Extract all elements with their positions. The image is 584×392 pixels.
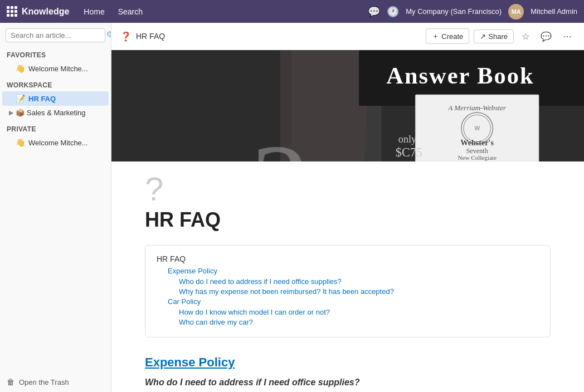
- app-logo[interactable]: Knowledge: [7, 6, 69, 17]
- toc-item-office-supplies[interactable]: Who do I need to address if I need offic…: [157, 277, 539, 286]
- open-trash-button[interactable]: 🗑 Open the Trash: [0, 372, 111, 392]
- pencil-icon: 📝: [16, 94, 25, 103]
- workspace-section-title: Workspace: [0, 76, 111, 91]
- share-label: Share: [488, 32, 508, 41]
- article-title: HR FAQ: [145, 208, 551, 232]
- expense-policy-title[interactable]: Expense Policy: [145, 355, 551, 370]
- sidebar-item-label: Welcome Mitche...: [28, 65, 88, 73]
- svg-text:only: only: [398, 134, 416, 145]
- breadcrumb-bar: ❓ HR FAQ ＋ Create ↗ Share ☆ 💬 ⋯: [111, 23, 584, 50]
- search-input[interactable]: [11, 31, 104, 40]
- search-icon: 🔍: [106, 31, 111, 40]
- sidebar-item-hr-faq[interactable]: 📝 HR FAQ: [2, 91, 109, 106]
- svg-text:A Merriam-Webster: A Merriam-Webster: [447, 104, 507, 112]
- sidebar-item-private-welcome[interactable]: 👋 Welcome Mitche...: [2, 135, 109, 150]
- user-label: Mitchell Admin: [531, 7, 577, 16]
- svg-text:Answer Book: Answer Book: [386, 62, 534, 89]
- content-area: ❓ HR FAQ ＋ Create ↗ Share ☆ 💬 ⋯: [111, 23, 584, 392]
- svg-text:$C75: $C75: [396, 145, 422, 159]
- plus-icon: ＋: [432, 31, 439, 41]
- breadcrumb-text: HR FAQ: [136, 32, 165, 41]
- grid-icon: [7, 6, 17, 17]
- wave-icon-2: 👋: [16, 138, 25, 147]
- table-of-contents: HR FAQ Expense Policy Who do I need to a…: [145, 245, 551, 337]
- chevron-right-icon: ▶: [9, 109, 13, 116]
- expense-policy-section: Expense Policy Who do I need to address …: [145, 355, 551, 392]
- more-options-button[interactable]: ⋯: [559, 29, 575, 44]
- nav-search[interactable]: Search: [113, 5, 148, 18]
- hero-image: Answer Book A Merriam-Webster W Webster'…: [111, 50, 584, 161]
- svg-text:?: ?: [252, 119, 307, 161]
- sidebar-item-label: HR FAQ: [28, 95, 56, 103]
- sidebar-search-container: 🔍: [0, 23, 111, 46]
- toc-root: HR FAQ: [157, 254, 539, 263]
- create-button[interactable]: ＋ Create: [426, 28, 469, 44]
- sidebar-item-label: Welcome Mitche...: [28, 139, 88, 147]
- star-button[interactable]: ☆: [518, 29, 533, 44]
- toc-section-car[interactable]: Car Policy: [157, 297, 539, 306]
- article-body: ? HR FAQ HR FAQ Expense Policy Who do I …: [111, 161, 584, 392]
- create-label: Create: [441, 32, 463, 41]
- box-icon: 📦: [16, 109, 25, 117]
- breadcrumb-icon: ❓: [120, 31, 132, 42]
- avatar[interactable]: MA: [508, 4, 524, 19]
- share-button[interactable]: ↗ Share: [474, 30, 514, 43]
- sidebar-item-sales-marketing[interactable]: ▶ 📦 Sales & Marketing: [2, 106, 109, 120]
- wave-icon: 👋: [16, 64, 25, 73]
- comment-button[interactable]: 💬: [537, 29, 555, 44]
- chat-icon[interactable]: 💬: [368, 6, 380, 18]
- private-section-title: Private: [0, 120, 111, 135]
- company-label[interactable]: My Company (San Francisco): [406, 7, 502, 16]
- svg-text:Seventh: Seventh: [466, 147, 488, 155]
- app-name: Knowledge: [22, 7, 69, 17]
- nav-home[interactable]: Home: [78, 5, 110, 18]
- svg-text:New Collegiate: New Collegiate: [458, 154, 497, 161]
- main-layout: 🔍 Favorites 👋 Welcome Mitche... Workspac…: [0, 23, 584, 392]
- toc-item-expense-reimbursed[interactable]: Why has my expense not been reimbursed? …: [157, 287, 539, 296]
- share-icon: ↗: [480, 32, 486, 41]
- sidebar-item-label: Sales & Marketing: [27, 109, 86, 117]
- breadcrumb-actions: ＋ Create ↗ Share ☆ 💬 ⋯: [426, 28, 575, 44]
- svg-text:W: W: [474, 125, 480, 131]
- toc-section-expense[interactable]: Expense Policy: [157, 267, 539, 275]
- trash-label: Open the Trash: [19, 378, 69, 386]
- sidebar: 🔍 Favorites 👋 Welcome Mitche... Workspac…: [0, 23, 111, 392]
- top-navigation: Knowledge Home Search 💬 🕐 My Company (Sa…: [0, 0, 584, 23]
- svg-text:Webster's: Webster's: [460, 138, 494, 147]
- favorites-section-title: Favorites: [0, 46, 111, 61]
- toc-item-car-model[interactable]: How do I know which model I can order or…: [157, 308, 539, 316]
- clock-icon[interactable]: 🕐: [387, 6, 399, 18]
- question-mark-icon: ?: [145, 173, 551, 206]
- sidebar-item-favorites-welcome[interactable]: 👋 Welcome Mitche...: [2, 61, 109, 76]
- toc-item-car-drive[interactable]: Who can drive my car?: [157, 318, 539, 326]
- trash-icon: 🗑: [7, 378, 14, 386]
- expense-subtitle: Who do I need to address if I need offic…: [145, 378, 551, 388]
- nav-links: Home Search: [78, 5, 148, 18]
- search-box[interactable]: 🔍: [6, 28, 105, 42]
- nav-right: 💬 🕐 My Company (San Francisco) MA Mitche…: [368, 4, 577, 19]
